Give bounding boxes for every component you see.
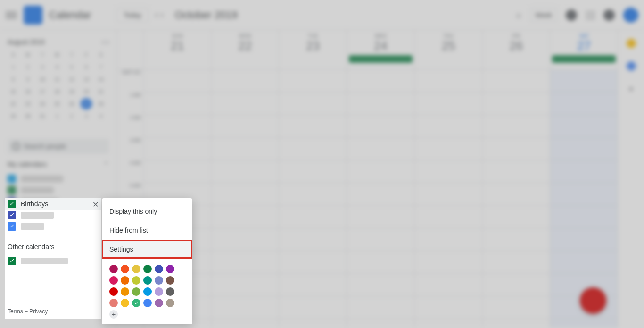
checkbox-icon[interactable]	[8, 211, 16, 219]
create-event-fab[interactable]	[580, 287, 606, 314]
color-swatch[interactable]	[132, 276, 140, 285]
color-swatch[interactable]	[109, 265, 118, 273]
color-palette: +	[102, 259, 192, 319]
search-icon	[12, 143, 20, 150]
mini-cal-month: August 2019	[8, 38, 45, 46]
color-swatch[interactable]	[155, 276, 163, 285]
week-nav: ‹ ›	[155, 10, 164, 20]
color-swatch[interactable]	[143, 265, 152, 273]
color-swatch[interactable]	[109, 276, 118, 285]
my-calendars-header[interactable]: My calendars ⌄	[8, 160, 109, 168]
calendar-item[interactable]	[5, 210, 101, 221]
color-swatch[interactable]	[143, 287, 152, 296]
other-calendars-header[interactable]: Other calendars	[5, 238, 101, 255]
app-header: Calendar Today ‹ › October 2019 ⌕ Week	[0, 0, 644, 30]
account-avatar[interactable]	[623, 8, 638, 23]
mini-calendar[interactable]: August 2019 ‹› SMTWTFS123456789101112131…	[8, 38, 109, 132]
notifications-icon[interactable]	[603, 9, 615, 21]
hamburger-icon[interactable]	[6, 9, 17, 21]
redacted-label	[21, 212, 54, 219]
checkbox-icon[interactable]	[8, 200, 16, 208]
color-swatch[interactable]	[166, 265, 174, 273]
allday-event[interactable]	[349, 55, 413, 63]
prev-week-icon[interactable]: ‹	[155, 10, 158, 20]
terms-link[interactable]: Terms	[8, 308, 23, 315]
color-swatch[interactable]	[132, 265, 140, 273]
calendar-item[interactable]	[5, 221, 101, 232]
checkbox-icon[interactable]	[8, 222, 16, 231]
mini-next-icon[interactable]: ›	[107, 38, 109, 46]
color-swatch[interactable]	[155, 299, 163, 307]
menu-hide-from-list[interactable]: Hide from list	[102, 221, 192, 240]
color-swatch[interactable]	[143, 276, 152, 285]
color-swatch[interactable]	[109, 287, 118, 296]
search-icon[interactable]: ⌕	[516, 10, 521, 20]
color-swatch[interactable]	[166, 276, 174, 285]
add-addon-icon[interactable]: +	[628, 84, 634, 95]
calendar-item-birthdays[interactable]: Birthdays ✕	[5, 198, 101, 210]
footer-links: Terms – Privacy	[5, 304, 101, 319]
color-swatch[interactable]	[121, 265, 129, 273]
app-title: Calendar	[49, 9, 91, 21]
color-swatch[interactable]	[121, 299, 129, 307]
calendar-item[interactable]	[5, 255, 101, 267]
tasks-icon[interactable]	[627, 61, 636, 71]
redacted-label	[21, 258, 68, 264]
color-swatch[interactable]	[155, 265, 163, 273]
privacy-link[interactable]: Privacy	[29, 308, 48, 315]
redacted-label	[21, 223, 44, 230]
color-swatch[interactable]	[132, 299, 140, 307]
date-range: October 2019	[175, 9, 238, 21]
chevron-up-icon: ⌄	[103, 160, 109, 168]
calendar-context-menu: Display this only Hide from list Setting…	[102, 198, 192, 324]
calendar-logo-icon	[24, 6, 42, 25]
close-icon[interactable]: ✕	[92, 200, 99, 209]
color-swatch[interactable]	[166, 287, 174, 296]
search-placeholder: Search people	[24, 143, 66, 150]
sidebar-calendar-list: Birthdays ✕ Other calendars Terms – Priv…	[5, 198, 101, 319]
search-people-input[interactable]: Search people	[8, 139, 109, 154]
apps-icon[interactable]	[586, 10, 595, 20]
add-custom-color[interactable]: +	[109, 310, 118, 319]
allday-event[interactable]	[552, 55, 616, 63]
mini-prev-icon[interactable]: ‹	[102, 38, 104, 46]
gear-icon[interactable]	[566, 9, 577, 21]
keep-icon[interactable]	[627, 39, 636, 48]
calendar-item-label: Birthdays	[21, 200, 48, 208]
menu-display-only[interactable]: Display this only	[102, 202, 192, 221]
checkbox-icon[interactable]	[8, 257, 16, 265]
right-sidebar: +	[618, 30, 644, 328]
next-week-icon[interactable]: ›	[161, 10, 164, 20]
color-swatch[interactable]	[132, 287, 140, 296]
color-swatch[interactable]	[109, 299, 118, 307]
menu-settings[interactable]: Settings	[102, 240, 192, 259]
today-button[interactable]: Today	[116, 8, 148, 23]
color-swatch[interactable]	[121, 276, 129, 285]
color-swatch[interactable]	[166, 299, 174, 307]
color-swatch[interactable]	[143, 299, 152, 307]
view-selector[interactable]: Week	[530, 8, 557, 23]
color-swatch[interactable]	[121, 287, 129, 296]
color-swatch[interactable]	[155, 287, 163, 296]
